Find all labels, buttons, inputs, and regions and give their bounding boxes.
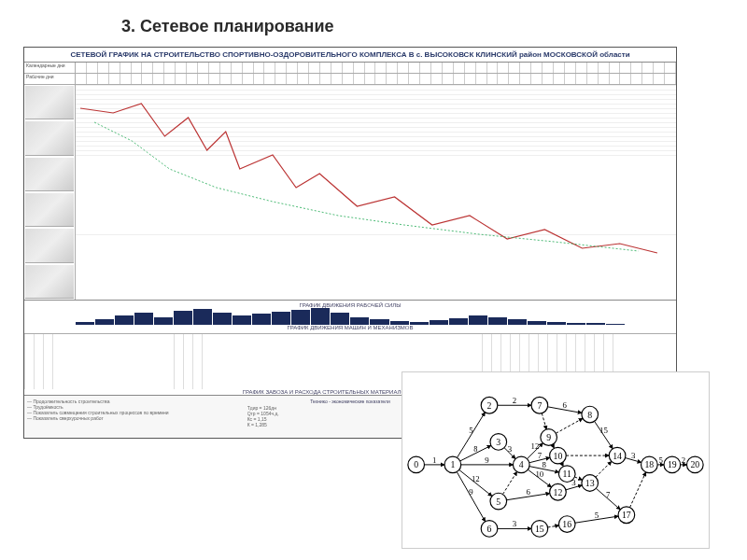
gantt-thumb xyxy=(25,86,74,119)
network-edge xyxy=(630,472,646,508)
network-edge xyxy=(596,461,612,477)
node-label: 8 xyxy=(587,410,592,420)
node-label: 10 xyxy=(554,451,563,461)
edge-weight: 6 xyxy=(563,400,568,410)
network-edge xyxy=(556,418,583,433)
row-label: Календарные дни xyxy=(24,63,76,73)
node-label: 9 xyxy=(546,432,551,442)
edge-weight: 1 xyxy=(432,455,436,465)
resource-bar xyxy=(586,323,605,325)
edge-weight: 7 xyxy=(606,490,611,499)
node-label: 0 xyxy=(414,459,418,469)
resource-bar xyxy=(95,319,114,325)
resource-bar xyxy=(115,315,134,325)
legend-left: — Продолжительность строительства— Трудо… xyxy=(27,399,233,420)
node-label: 19 xyxy=(668,459,677,469)
resource-histogram xyxy=(24,308,676,325)
node-label: 5 xyxy=(496,497,500,507)
gantt-thumb xyxy=(25,158,74,191)
edge-weight: 10 xyxy=(535,469,543,479)
node-label: 6 xyxy=(487,524,492,534)
node-label: 18 xyxy=(644,459,654,469)
edge-weight: 12 xyxy=(472,474,480,483)
gantt-grid xyxy=(76,85,676,300)
page-title: 3. Сетевое планирование xyxy=(121,17,333,36)
node-label: 17 xyxy=(622,510,631,520)
edge-weight: 8 xyxy=(473,444,478,454)
resource-bar xyxy=(606,324,625,325)
edge-weight: 8 xyxy=(543,460,547,469)
resource-bar xyxy=(154,317,173,325)
edge-weight: 9 xyxy=(485,455,489,465)
edge-weight: 12 xyxy=(531,441,540,451)
chart-header: Календарные дни Рабочие дни xyxy=(24,63,676,85)
resource-bar xyxy=(252,314,271,325)
chart-title: СЕТЕВОЙ ГРАФИК НА СТРОИТЕЛЬСТВО СПОРТИВН… xyxy=(24,48,676,63)
edge-weight: 9 xyxy=(469,487,473,497)
network-edge xyxy=(553,444,555,448)
edge-weight: 7 xyxy=(538,451,543,460)
node-label: 12 xyxy=(554,487,563,497)
network-diagram: 1589129236127810631535735201234567891011… xyxy=(402,371,710,549)
gantt-thumbnails xyxy=(24,85,76,300)
edge-weight: 3 xyxy=(513,519,517,528)
resource-bar xyxy=(76,322,94,325)
node-label: 20 xyxy=(690,459,699,469)
edge-weight: 5 xyxy=(658,455,663,465)
gantt-thumb xyxy=(25,265,74,299)
node-label: 3 xyxy=(496,437,500,447)
resource-bar xyxy=(134,313,153,325)
resource-bar xyxy=(291,310,310,325)
header-row-calendar: Календарные дни xyxy=(24,63,676,74)
resource-bar xyxy=(350,317,369,325)
resource-bar xyxy=(528,321,546,325)
resource-bar xyxy=(547,322,566,325)
edge-weight: 2 xyxy=(513,396,516,405)
resource-bar xyxy=(469,315,487,325)
header-row-workdays: Рабочие дни xyxy=(24,74,676,85)
legend-line: — Показатель сверхурочных работ xyxy=(27,415,233,421)
resource-bar xyxy=(272,312,290,325)
resource-bar xyxy=(567,323,585,325)
gantt-thumb xyxy=(25,121,74,155)
node-label: 1 xyxy=(450,459,455,469)
resource-bar xyxy=(331,313,349,325)
resource-bar xyxy=(449,318,468,325)
node-label: 4 xyxy=(519,459,524,469)
resource-bar xyxy=(213,313,232,325)
node-label: 15 xyxy=(535,524,544,534)
network-edge xyxy=(542,413,546,429)
node-label: 7 xyxy=(537,400,542,411)
gantt-body xyxy=(24,85,676,300)
node-label: 16 xyxy=(562,519,571,529)
edge-weight: 3 xyxy=(631,451,636,460)
edge-weight: 2 xyxy=(682,455,685,465)
resource-bar xyxy=(488,317,507,325)
resource-bar xyxy=(508,319,527,325)
network-edge xyxy=(548,525,559,527)
edge-weight: 3 xyxy=(508,444,513,454)
node-label: 2 xyxy=(487,400,492,411)
resource-bar xyxy=(193,309,212,325)
edge-weight: 6 xyxy=(526,487,530,497)
resource-bar xyxy=(233,315,251,325)
network-edge xyxy=(502,471,516,494)
node-label: 14 xyxy=(613,451,622,461)
node-label: 11 xyxy=(563,469,572,479)
machines-title: ГРАФИК ДВИЖЕНИЯ МАШИН И МЕХАНИЗМОВ xyxy=(24,325,676,330)
edge-weight: 5 xyxy=(469,426,473,435)
edge-weight: 15 xyxy=(599,426,608,435)
network-edge xyxy=(561,463,563,467)
gantt-thumb xyxy=(25,193,74,227)
edge-weight: 5 xyxy=(595,511,599,520)
row-label: Рабочие дни xyxy=(24,74,76,84)
resource-bar xyxy=(174,311,192,325)
gantt-thumb xyxy=(25,229,74,262)
resource-bar xyxy=(430,320,448,325)
node-label: 13 xyxy=(585,478,595,488)
resource-bar xyxy=(311,308,330,325)
critical-path-overlay xyxy=(76,85,676,300)
